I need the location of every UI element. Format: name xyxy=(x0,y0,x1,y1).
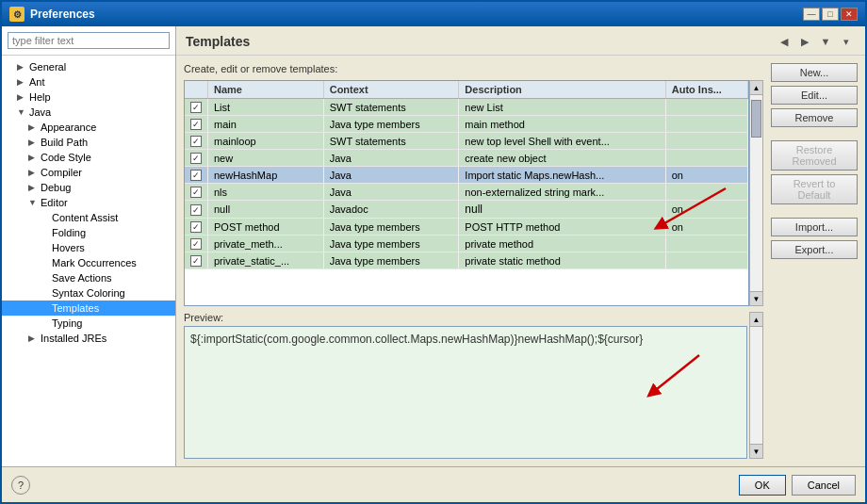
row-context: Java type members xyxy=(323,116,459,133)
col-header-auto[interactable]: Auto Ins... xyxy=(665,81,747,99)
edit-button[interactable]: Edit... xyxy=(771,86,858,105)
row-auto xyxy=(665,236,747,252)
preview-scrollbar[interactable]: ▲ ▼ xyxy=(749,312,763,459)
row-name: private_static_... xyxy=(208,252,324,269)
row-checkbox[interactable] xyxy=(190,187,202,198)
table-row[interactable]: nls Java non-externalized string mark... xyxy=(185,184,748,201)
row-description: null xyxy=(459,201,665,219)
sidebar-item-label: Compiler xyxy=(41,167,82,178)
sidebar-item-general[interactable]: ▶ General xyxy=(2,59,175,74)
arrow-icon: ▶ xyxy=(28,153,38,162)
row-checkbox[interactable] xyxy=(190,136,202,147)
sidebar-item-buildpath[interactable]: ▶ Build Path xyxy=(2,135,175,150)
sidebar-item-typing[interactable]: Typing xyxy=(2,316,175,331)
preview-scroll-up[interactable]: ▲ xyxy=(750,313,762,327)
sidebar-item-label: Editor xyxy=(41,197,68,208)
revert-to-default-button[interactable]: Revert to Default xyxy=(771,174,858,204)
sidebar-item-templates[interactable]: Templates xyxy=(2,301,175,316)
row-checkbox[interactable] xyxy=(190,119,202,130)
row-description: new List xyxy=(459,99,665,116)
forward-button[interactable]: ▶ xyxy=(795,32,814,51)
row-description: new top level Shell with event... xyxy=(459,133,665,150)
close-button[interactable]: ✕ xyxy=(841,8,858,21)
sidebar-item-help[interactable]: ▶ Help xyxy=(2,89,175,105)
row-name: new xyxy=(208,150,324,167)
sidebar-item-label: Hovers xyxy=(52,242,85,253)
row-checkbox[interactable] xyxy=(190,238,202,250)
sidebar-item-save-actions[interactable]: Save Actions xyxy=(2,270,175,285)
sidebar-item-label: General xyxy=(29,61,66,73)
row-auto xyxy=(665,150,747,167)
table-row[interactable]: new Java create new object xyxy=(185,150,748,167)
export-button[interactable]: Export... xyxy=(771,240,858,259)
table-wrapper: Name Context Description Auto Ins... xyxy=(184,80,763,306)
sidebar-item-compiler[interactable]: ▶ Compiler xyxy=(2,165,175,180)
row-checkbox-cell xyxy=(185,99,208,116)
maximize-button[interactable]: □ xyxy=(822,8,839,21)
arrow-icon: ▶ xyxy=(17,92,26,102)
sidebar-item-syntax-coloring[interactable]: Syntax Coloring xyxy=(2,285,175,301)
sidebar-item-ant[interactable]: ▶ Ant xyxy=(2,74,175,89)
row-context: Java type members xyxy=(323,236,459,252)
row-description: non-externalized string mark... xyxy=(459,184,665,201)
row-checkbox[interactable] xyxy=(190,255,202,267)
row-checkbox-cell xyxy=(185,236,208,252)
ok-button[interactable]: OK xyxy=(739,475,786,496)
sidebar-item-editor[interactable]: ▼ Editor xyxy=(2,195,175,210)
row-context: Java type members xyxy=(323,252,459,269)
col-header-description[interactable]: Description xyxy=(459,81,665,99)
row-checkbox[interactable] xyxy=(190,221,202,233)
table-row[interactable]: mainloop SWT statements new top level Sh… xyxy=(185,133,748,150)
top-area: ▶ General ▶ Ant ▶ Help ▼ Java xyxy=(2,26,865,466)
preview-label: Preview: xyxy=(184,312,747,323)
table-row[interactable]: POST method Java type members POST HTTP … xyxy=(185,219,748,236)
restore-removed-button[interactable]: Restore Removed xyxy=(771,140,858,171)
row-auto: on xyxy=(665,167,747,184)
table-row[interactable]: List SWT statements new List xyxy=(185,99,748,116)
back-button[interactable]: ◀ xyxy=(775,32,793,51)
table-row[interactable]: null Javadoc null on xyxy=(185,201,748,219)
sidebar-item-installed-jres[interactable]: ▶ Installed JREs xyxy=(2,331,175,346)
remove-button[interactable]: Remove xyxy=(771,108,858,127)
table-row[interactable]: main Java type members main method xyxy=(185,116,748,133)
sidebar-item-appearance[interactable]: ▶ Appearance xyxy=(2,120,175,135)
row-checkbox[interactable] xyxy=(190,102,202,113)
row-checkbox[interactable] xyxy=(190,153,202,164)
description-text: Create, edit or remove templates: xyxy=(184,63,763,74)
cancel-button[interactable]: Cancel xyxy=(792,475,856,496)
preferences-window: ⚙ Preferences — □ ✕ ▶ General xyxy=(0,0,867,504)
row-checkbox-cell xyxy=(185,252,208,269)
sidebar-item-folding[interactable]: Folding xyxy=(2,225,175,240)
import-button[interactable]: Import... xyxy=(771,218,858,236)
sidebar-item-mark-occurrences[interactable]: Mark Occurrences xyxy=(2,255,175,270)
sidebar-item-debug[interactable]: ▶ Debug xyxy=(2,180,175,195)
minimize-button[interactable]: — xyxy=(803,8,820,21)
row-checkbox[interactable] xyxy=(190,170,202,181)
sidebar-item-content-assist[interactable]: Content Assist xyxy=(2,210,175,225)
menu-button[interactable]: ▾ xyxy=(837,32,856,51)
sidebar-item-codestyle[interactable]: ▶ Code Style xyxy=(2,150,175,165)
panel-header: Templates ◀ ▶ ▼ ▾ xyxy=(176,26,865,56)
sidebar-item-label: Ant xyxy=(29,76,45,88)
scroll-thumb[interactable] xyxy=(751,100,761,138)
preview-scroll-down[interactable]: ▼ xyxy=(750,444,762,458)
scroll-down-arrow[interactable]: ▼ xyxy=(750,291,762,305)
sidebar-item-hovers[interactable]: Hovers xyxy=(2,240,175,255)
new-button[interactable]: New... xyxy=(771,63,858,82)
help-button[interactable]: ? xyxy=(11,476,30,495)
table-scrollbar[interactable]: ▲ ▼ xyxy=(749,80,763,306)
sidebar-item-label: Help xyxy=(29,91,51,103)
table-row[interactable]: private_meth... Java type members privat… xyxy=(185,236,748,252)
filter-input[interactable] xyxy=(8,32,170,49)
scroll-up-arrow[interactable]: ▲ xyxy=(750,81,762,95)
row-checkbox[interactable] xyxy=(190,204,202,216)
table-row[interactable]: newHashMap Java Import static Maps.newHa… xyxy=(185,167,748,184)
sidebar-item-java[interactable]: ▼ Java xyxy=(2,105,175,120)
col-header-context[interactable]: Context xyxy=(323,81,459,99)
template-table[interactable]: Name Context Description Auto Ins... xyxy=(184,80,749,306)
dropdown-button[interactable]: ▼ xyxy=(816,32,835,51)
arrow-icon: ▶ xyxy=(17,77,26,87)
row-checkbox-cell xyxy=(185,133,208,150)
table-row[interactable]: private_static_... Java type members pri… xyxy=(185,252,748,269)
col-header-name[interactable]: Name xyxy=(208,81,324,99)
